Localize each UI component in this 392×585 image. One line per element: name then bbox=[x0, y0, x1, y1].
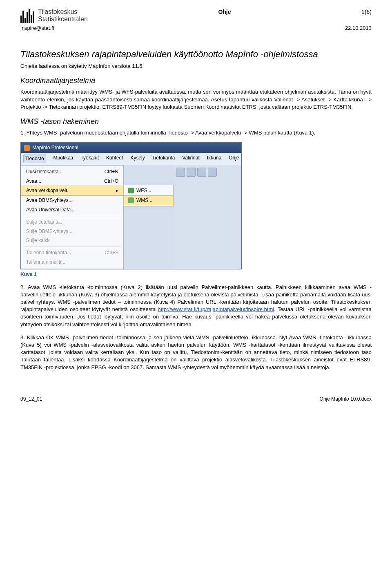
logo-text-2: Statistikcentralen bbox=[38, 16, 88, 23]
logo: Tilastokeskus Statistikcentralen bbox=[20, 8, 88, 23]
menu-item-uusi[interactable]: Uusi tietokanta...Ctrl+N bbox=[21, 167, 123, 177]
toolbar-area bbox=[174, 165, 241, 269]
toolbar-icon[interactable] bbox=[187, 168, 196, 177]
submenu-item-wms[interactable]: WMS... bbox=[124, 195, 174, 206]
footer-right: Ohje MapInfo 10.0.docx bbox=[320, 396, 372, 403]
section-body-coord: Koordinaattijärjestelmä määrittyy WMS- j… bbox=[20, 88, 372, 111]
menu-tietokanta[interactable]: Tietokanta bbox=[152, 155, 175, 163]
section-heading-coord: Koordinaattijärjestelmä bbox=[20, 76, 372, 86]
menu-item-avaa-universal[interactable]: Avaa Universal Data... bbox=[21, 205, 123, 215]
toolbar-icon[interactable] bbox=[208, 168, 217, 177]
logo-text-1: Tilastokeskus bbox=[38, 8, 88, 16]
globe-icon bbox=[128, 188, 134, 193]
window-titlebar: MapInfo Professional bbox=[21, 143, 241, 153]
menu-item-avaa[interactable]: Avaa...Ctrl+O bbox=[21, 177, 123, 186]
contact-email: inspire@stat.fi bbox=[20, 25, 54, 32]
toolbar-icon[interactable] bbox=[197, 168, 206, 177]
figure-caption-1: Kuva 1 bbox=[20, 271, 372, 278]
screenshot-kuva-1: MapInfo Professional Tiedosto Muokkaa Ty… bbox=[20, 142, 242, 269]
menu-ohje[interactable]: Ohje bbox=[229, 155, 239, 163]
doc-title: Tilastokeskuksen rajapintapalveluiden kä… bbox=[20, 48, 372, 61]
menu-muokkaa[interactable]: Muokkaa bbox=[53, 155, 74, 163]
menu-kysely[interactable]: Kysely bbox=[130, 155, 145, 163]
menu-ikkuna[interactable]: Ikkuna bbox=[207, 155, 221, 163]
window-title: MapInfo Professional bbox=[32, 144, 78, 151]
doc-subtitle: Ohjeita laatiessa on käytetty MapInfon v… bbox=[20, 63, 372, 70]
doc-type: Ohje bbox=[218, 8, 231, 16]
submenu-verkkopalvelu: WFS... WMS... bbox=[124, 185, 174, 207]
menu-item-sulje-dbms: Sulje DBMS-yhteys... bbox=[21, 227, 123, 236]
footer-left: 09_12_01 bbox=[20, 396, 42, 403]
step-1: 1. Yhteys WMS -palveluun muodostetaan oh… bbox=[20, 129, 372, 137]
doc-date: 22.10.2013 bbox=[345, 25, 372, 32]
toolbar-icon[interactable] bbox=[176, 168, 185, 177]
menu-item-avaa-verkkopalvelu[interactable]: Avaa verkkopalvelu▸ bbox=[21, 186, 124, 196]
submenu-item-wfs[interactable]: WFS... bbox=[124, 186, 173, 195]
wms-icon bbox=[128, 197, 134, 203]
menu-item-avaa-dbms[interactable]: Avaa DBMS-yhteys... bbox=[21, 196, 123, 205]
menu-valinnat[interactable]: Valinnat bbox=[182, 155, 199, 163]
menu-tiedosto[interactable]: Tiedosto bbox=[23, 155, 46, 163]
menu-item-tallenna-nimella: Tallenna nimellä... bbox=[21, 258, 123, 267]
step-3: 3. Klikkaa OK WMS -palvelimen tiedot -to… bbox=[20, 334, 372, 371]
step-2: 2. Avaa WMS -tietokanta -toiminnossa (Ku… bbox=[20, 284, 372, 328]
dropdown-tiedosto: Uusi tietokanta...Ctrl+N Avaa...Ctrl+O A… bbox=[21, 165, 124, 269]
menu-item-sulje-tietokanta: Sulje tietokanta... bbox=[21, 217, 123, 227]
menubar: Tiedosto Muokkaa Työkalut Kohteet Kysely… bbox=[21, 153, 241, 165]
menu-item-tallenna: Tallenna tietokanta...Ctrl+S bbox=[21, 248, 123, 258]
inspire-link[interactable]: http://www.stat.fi/tup/rajapintapalvelut… bbox=[158, 306, 274, 312]
menu-tyokalut[interactable]: Työkalut bbox=[80, 155, 99, 163]
page-number: 1(6) bbox=[361, 8, 372, 16]
section-heading-wms: WMS -tason hakeminen bbox=[20, 117, 372, 127]
menu-kohteet[interactable]: Kohteet bbox=[106, 155, 123, 163]
logo-icon bbox=[20, 8, 34, 23]
app-icon bbox=[24, 145, 30, 151]
menu-item-sulje-kaikki: Sulje kaikki bbox=[21, 236, 123, 245]
